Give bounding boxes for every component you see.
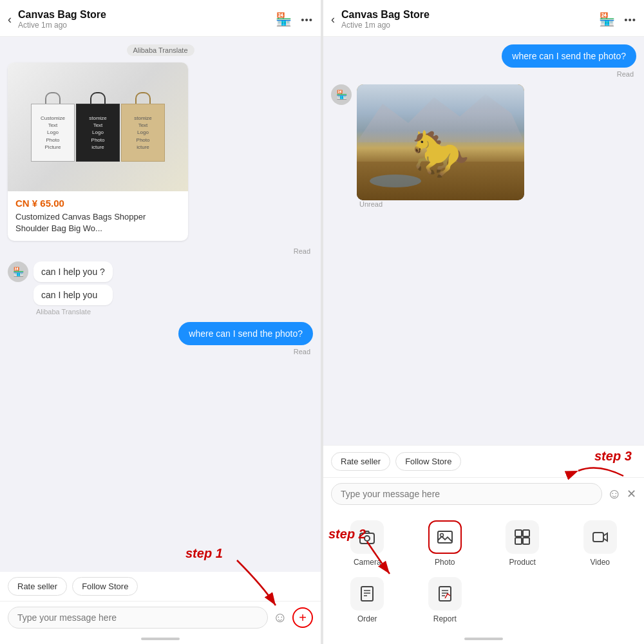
- svg-rect-10: [515, 538, 522, 544]
- right-horse-image: 🐎: [357, 84, 524, 200]
- right-close-icon[interactable]: ✕: [627, 487, 636, 501]
- left-read-label-1: Read: [8, 247, 313, 255]
- product-icon: [513, 528, 531, 546]
- right-tool-grid-bottom-container: Order Report: [323, 577, 644, 634]
- svg-rect-17: [439, 587, 451, 601]
- left-input-area: ☺ +: [0, 601, 321, 634]
- left-seller-bubble-2: can I help you: [33, 285, 113, 305]
- right-panel: ‹ Canvas Bag Store Active 1m ago 🏪 ••• w…: [323, 0, 644, 644]
- left-product-price: CN ¥ 65.00: [15, 198, 180, 209]
- svg-rect-6: [438, 531, 452, 543]
- left-emoji-icon[interactable]: ☺: [273, 609, 287, 626]
- left-user-message-wrap: where can I send the photo? Read: [8, 322, 313, 355]
- right-rate-seller-button[interactable]: Rate seller: [331, 452, 390, 471]
- photo-icon-wrap: [428, 520, 462, 554]
- step2-arrow: step 2: [328, 526, 419, 590]
- left-header-info: Canvas Bag Store Active 1m ago: [18, 9, 276, 30]
- svg-rect-8: [515, 530, 522, 536]
- left-seller-msg-list: can I help you ? can I help you Alibaba …: [33, 261, 113, 316]
- right-seller-avatar: 🏪: [331, 84, 352, 105]
- report-icon-wrap: [428, 577, 462, 611]
- left-active-status: Active 1m ago: [18, 21, 276, 30]
- right-active-status: Active 1m ago: [341, 21, 599, 30]
- left-header-icons: 🏪 •••: [276, 12, 313, 27]
- right-message-input[interactable]: [331, 483, 602, 505]
- svg-text:step 2: step 2: [328, 527, 366, 541]
- product-icon-wrap: [506, 520, 539, 554]
- left-store-name: Canvas Bag Store: [18, 9, 276, 21]
- left-plus-button[interactable]: +: [292, 607, 313, 628]
- product-label: Product: [509, 558, 536, 567]
- left-product-card[interactable]: CustomizeTextLogoPhotoPicture stomizeTex…: [8, 62, 188, 241]
- left-panel: ‹ Canvas Bag Store Active 1m ago 🏪 ••• A…: [0, 0, 321, 644]
- photo-label: Photo: [435, 558, 455, 567]
- report-icon: [436, 585, 454, 603]
- left-follow-store-button[interactable]: Follow Store: [72, 577, 138, 596]
- svg-rect-9: [523, 530, 529, 536]
- left-store-icon[interactable]: 🏪: [276, 12, 292, 27]
- video-icon-wrap: [583, 520, 617, 554]
- left-product-info: CN ¥ 65.00 Customized Canvas Bags Shoppe…: [8, 191, 188, 241]
- right-store-name: Canvas Bag Store: [341, 9, 599, 21]
- order-label: Order: [357, 614, 377, 623]
- step3-arrow: step 3: [559, 450, 636, 482]
- bag-1: CustomizeTextLogoPhotoPicture: [31, 92, 75, 162]
- right-more-icon[interactable]: •••: [624, 14, 636, 25]
- step2-annotation: step 2: [328, 526, 419, 592]
- photo-icon: [436, 528, 454, 546]
- left-rate-seller-button[interactable]: Rate seller: [8, 577, 67, 596]
- left-product-name: Customized Canvas Bags Shopper Shoulder …: [15, 211, 180, 234]
- video-icon: [591, 528, 609, 546]
- report-label: Report: [433, 614, 457, 623]
- right-actions-container: Rate seller Follow Store step 3: [323, 445, 644, 477]
- right-emoji-icon[interactable]: ☺: [607, 486, 621, 502]
- right-user-message-wrap: where can I send the photo? Read: [331, 44, 636, 78]
- right-horse-image-container: 🐎 Unread: [357, 84, 524, 208]
- left-read-label-2: Read: [294, 348, 313, 355]
- svg-rect-12: [593, 533, 603, 542]
- video-label: Video: [591, 558, 610, 567]
- svg-text:step 3: step 3: [594, 450, 632, 463]
- left-header: ‹ Canvas Bag Store Active 1m ago 🏪 •••: [0, 0, 321, 37]
- left-seller-avatar: 🏪: [8, 261, 28, 282]
- left-scrollbar-hint: [141, 638, 180, 640]
- right-tool-product[interactable]: Product: [486, 520, 559, 567]
- left-message-input[interactable]: [8, 607, 268, 629]
- right-chat-area: where can I send the photo? Read 🏪 🐎: [323, 37, 644, 445]
- left-chat-area: Alibaba Translate CustomizeTextLogoPhoto…: [0, 37, 321, 572]
- step3-annotation: step 3: [559, 450, 636, 485]
- right-follow-store-button[interactable]: Follow Store: [395, 452, 461, 471]
- right-user-bubble: where can I send the photo?: [502, 44, 636, 68]
- right-read-label: Read: [617, 70, 636, 78]
- svg-rect-11: [523, 538, 529, 544]
- right-tool-report[interactable]: Report: [409, 577, 482, 623]
- right-horse-image-wrap: 🏪 🐎 Unread: [331, 84, 636, 208]
- left-user-bubble: where can I send the photo?: [178, 322, 313, 345]
- bag-2: stomizeTextLogoPhotoicture: [76, 92, 120, 162]
- right-header-info: Canvas Bag Store Active 1m ago: [341, 9, 599, 30]
- right-header: ‹ Canvas Bag Store Active 1m ago 🏪 •••: [323, 0, 644, 37]
- left-action-buttons: Rate seller Follow Store: [0, 572, 321, 601]
- left-product-image: CustomizeTextLogoPhotoPicture stomizeTex…: [8, 62, 188, 191]
- bag-3: stomizeTextLogoPhotoicture: [121, 92, 165, 162]
- right-store-icon[interactable]: 🏪: [599, 12, 615, 27]
- left-more-icon[interactable]: •••: [301, 14, 313, 25]
- left-translate-badge: Alibaba Translate: [127, 44, 194, 56]
- right-header-icons: 🏪 •••: [599, 12, 636, 27]
- left-seller-messages: 🏪 can I help you ? can I help you Alibab…: [8, 261, 313, 316]
- right-tool-video[interactable]: Video: [564, 520, 637, 567]
- left-seller-bubble-1: can I help you ?: [33, 261, 113, 282]
- left-translate-small: Alibaba Translate: [33, 308, 113, 316]
- right-unread-label: Unread: [357, 200, 524, 208]
- right-tool-photo[interactable]: Photo: [409, 520, 482, 567]
- right-back-button[interactable]: ‹: [331, 13, 335, 26]
- right-scrollbar-hint: [464, 638, 503, 640]
- left-back-button[interactable]: ‹: [8, 13, 12, 26]
